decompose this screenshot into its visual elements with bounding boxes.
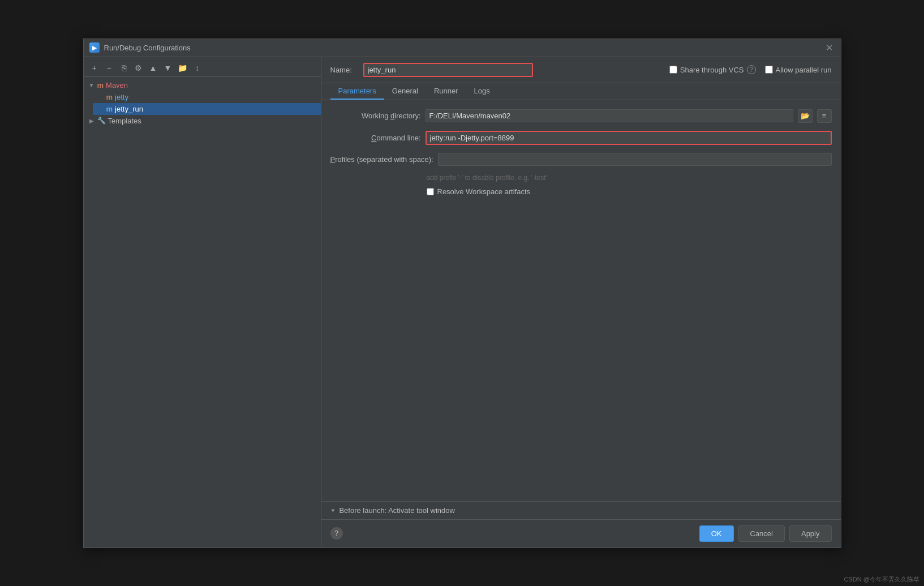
- name-field-label: Name:: [330, 66, 359, 74]
- jetty-maven-icon: m: [106, 93, 113, 101]
- tree-maven-group[interactable]: ▼ m Maven: [84, 79, 321, 91]
- remove-config-button[interactable]: −: [103, 62, 115, 74]
- share-vcs-checkbox-label[interactable]: Share through VCS ?: [669, 65, 756, 74]
- jetty-run-maven-icon: m: [106, 105, 113, 113]
- resolve-workspace-text: Resolve Workspace artifacts: [437, 187, 531, 196]
- templates-icon: 🔧: [97, 117, 106, 125]
- before-launch-section: ▼ Before launch: Activate tool window: [321, 501, 841, 519]
- run-debug-dialog: ▶ Run/Debug Configurations ✕ + − ⎘ ⚙ ▲ ▼…: [83, 39, 841, 548]
- profiles-row: Profiles (separated with space):: [330, 153, 832, 166]
- config-tabs: Parameters General Runner Logs: [321, 83, 841, 100]
- maven-toggle-icon: ▼: [88, 82, 95, 88]
- move-up-button[interactable]: ▲: [147, 62, 160, 74]
- share-vcs-label: Share through VCS: [680, 66, 744, 74]
- share-vcs-help-icon: ?: [747, 65, 756, 74]
- help-button[interactable]: ?: [330, 527, 343, 540]
- maven-icon: m: [97, 81, 104, 89]
- before-launch-header[interactable]: ▼ Before launch: Activate tool window: [330, 506, 832, 515]
- profiles-hint: add prefix '-' to disable profile, e.g. …: [427, 174, 832, 182]
- close-button[interactable]: ✕: [824, 42, 835, 53]
- tab-runner[interactable]: Runner: [426, 83, 466, 100]
- command-line-input[interactable]: [426, 131, 832, 145]
- before-launch-label: Before launch: Activate tool window: [339, 506, 455, 515]
- sort-button[interactable]: ↕: [191, 62, 204, 74]
- tab-logs[interactable]: Logs: [466, 83, 498, 100]
- tree-item-jetty-run[interactable]: m jetty_run: [93, 103, 321, 115]
- templates-label: Templates: [108, 117, 141, 125]
- working-dir-var-button[interactable]: ≡: [817, 109, 832, 123]
- name-input[interactable]: [363, 63, 533, 77]
- config-tree: ▼ m Maven m jetty m jetty_run: [84, 77, 321, 545]
- jetty-item-label: jetty: [115, 93, 128, 101]
- cancel-button[interactable]: Cancel: [738, 525, 785, 542]
- profiles-label: Profiles (separated with space):: [330, 155, 433, 164]
- config-content: Name: Share through VCS ? Allow parallel…: [321, 57, 841, 547]
- resolve-workspace-checkbox[interactable]: [427, 188, 434, 195]
- add-config-button[interactable]: +: [88, 62, 101, 74]
- tab-parameters[interactable]: Parameters: [330, 83, 384, 100]
- settings-button[interactable]: ⚙: [132, 62, 145, 74]
- before-launch-arrow-icon: ▼: [330, 507, 336, 514]
- jetty-run-item-label: jetty_run: [115, 105, 143, 113]
- jetty-run-toggle-icon: [97, 105, 104, 112]
- watermark: CSDN @今年不弄久久陈草: [844, 575, 919, 584]
- allow-parallel-checkbox-label[interactable]: Allow parallel run: [765, 66, 832, 74]
- app-icon: ▶: [89, 42, 100, 53]
- form-content: Working directory: 📂 ≡ Command line:: [321, 100, 841, 501]
- title-bar: ▶ Run/Debug Configurations ✕: [84, 39, 841, 57]
- allow-parallel-checkbox[interactable]: [765, 66, 773, 74]
- share-vcs-checkbox[interactable]: [669, 66, 677, 74]
- apply-button[interactable]: Apply: [789, 525, 832, 542]
- working-dir-browse-button[interactable]: 📂: [798, 109, 813, 123]
- working-directory-row: Working directory: 📂 ≡: [330, 109, 832, 123]
- ok-button[interactable]: OK: [699, 525, 734, 542]
- share-vcs-area: Share through VCS ? Allow parallel run: [669, 65, 832, 74]
- working-directory-label: Working directory:: [330, 112, 421, 120]
- name-row: Name: Share through VCS ? Allow parallel…: [321, 57, 841, 83]
- command-line-row: Command line:: [330, 131, 832, 145]
- resolve-workspace-label[interactable]: Resolve Workspace artifacts: [437, 187, 531, 196]
- move-down-button[interactable]: ▼: [162, 62, 174, 74]
- sidebar: + − ⎘ ⚙ ▲ ▼ 📁 ↕ ▼ m Maven: [84, 57, 321, 547]
- resolve-workspace-row: Resolve Workspace artifacts: [427, 187, 832, 196]
- folder-button[interactable]: 📁: [177, 62, 189, 74]
- jetty-toggle-icon: [97, 93, 104, 100]
- templates-toggle-icon: ▶: [88, 117, 95, 124]
- profiles-input[interactable]: [438, 153, 832, 166]
- working-directory-input[interactable]: [426, 109, 793, 122]
- bottom-bar: ? OK Cancel Apply: [321, 519, 841, 547]
- sidebar-toolbar: + − ⎘ ⚙ ▲ ▼ 📁 ↕: [84, 59, 321, 77]
- allow-parallel-label: Allow parallel run: [776, 66, 832, 74]
- tab-general[interactable]: General: [384, 83, 426, 100]
- copy-config-button[interactable]: ⎘: [118, 62, 130, 74]
- tree-templates-group[interactable]: ▶ 🔧 Templates: [84, 115, 321, 127]
- dialog-title: Run/Debug Configurations: [104, 44, 191, 52]
- maven-group-label: Maven: [106, 81, 128, 89]
- command-line-label: Command line:: [330, 134, 421, 142]
- tree-item-jetty[interactable]: m jetty: [93, 91, 321, 103]
